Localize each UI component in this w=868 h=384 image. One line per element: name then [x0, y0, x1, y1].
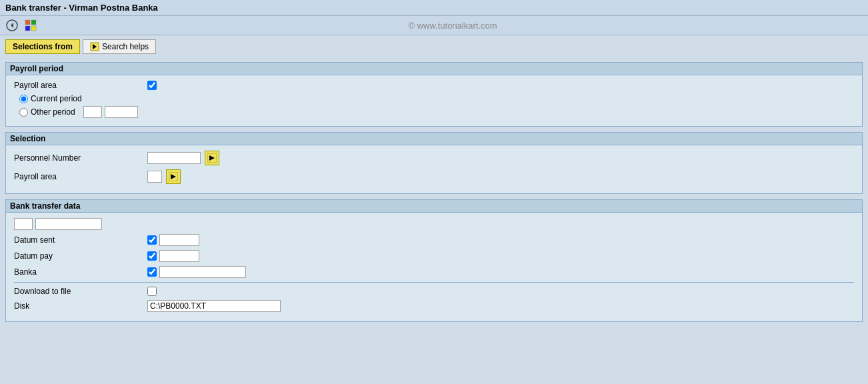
datum-sent-input[interactable]: [159, 234, 199, 246]
back-icon[interactable]: [5, 19, 19, 32]
payroll-period-section: Payroll period Payroll area Current peri…: [5, 62, 863, 127]
personnel-number-lookup[interactable]: [205, 151, 219, 165]
personnel-number-input[interactable]: [147, 152, 201, 164]
bank-transfer-header: Bank transfer data: [6, 200, 862, 213]
svg-rect-4: [25, 26, 30, 31]
datum-pay-input[interactable]: [159, 250, 199, 262]
bank-top-input1[interactable]: [14, 218, 33, 230]
banka-label: Banka: [14, 267, 147, 277]
svg-marker-1: [11, 23, 13, 28]
download-checkbox[interactable]: [147, 287, 157, 296]
payroll-area-checkbox[interactable]: [147, 81, 157, 90]
lookup-arrow-icon: [207, 153, 217, 163]
svg-rect-2: [25, 20, 30, 25]
selection-section: Selection Personnel Number Payroll area: [5, 132, 863, 194]
bank-transfer-section: Bank transfer data Datum sent Datum pay: [5, 199, 863, 322]
other-period-radio[interactable]: [19, 108, 28, 117]
action-bar: Selections from Search helps: [0, 35, 868, 58]
datum-sent-label: Datum sent: [14, 235, 147, 245]
toolbar: © www.tutorialkart.com: [0, 16, 868, 35]
title-bar: Bank transfer - Virman Postna Banka: [0, 0, 868, 16]
arrow-right-icon: [90, 42, 99, 51]
other-period-input1[interactable]: [83, 106, 102, 118]
personnel-number-label: Personnel Number: [14, 153, 147, 163]
grid-icon[interactable]: [24, 19, 37, 32]
payroll-area-sel-label: Payroll area: [14, 172, 147, 181]
payroll-area-label: Payroll area: [14, 81, 147, 90]
disk-input[interactable]: [147, 300, 281, 312]
bank-top-input2[interactable]: [35, 218, 102, 230]
payroll-area-lookup[interactable]: [166, 169, 181, 184]
svg-rect-5: [31, 26, 36, 31]
watermark: © www.tutorialkart.com: [43, 21, 863, 31]
window-title: Bank transfer - Virman Postna Banka: [5, 3, 158, 13]
svg-rect-3: [31, 20, 36, 25]
lookup-arrow-icon2: [169, 172, 178, 181]
banka-checkbox[interactable]: [147, 267, 157, 277]
current-period-label: Current period: [31, 94, 82, 103]
datum-sent-checkbox[interactable]: [147, 235, 157, 245]
selection-header: Selection: [6, 133, 862, 145]
banka-input[interactable]: [159, 266, 246, 278]
disk-label: Disk: [14, 301, 147, 311]
selections-from-button[interactable]: Selections from: [5, 39, 80, 54]
other-period-label: Other period: [31, 107, 75, 117]
download-label: Download to file: [14, 287, 147, 296]
payroll-area-input[interactable]: [147, 171, 162, 183]
current-period-radio[interactable]: [19, 95, 28, 103]
datum-pay-checkbox[interactable]: [147, 251, 157, 261]
payroll-period-header: Payroll period: [6, 63, 862, 75]
search-helps-button[interactable]: Search helps: [83, 39, 156, 54]
other-period-input2[interactable]: [105, 106, 138, 118]
datum-pay-label: Datum pay: [14, 251, 147, 261]
